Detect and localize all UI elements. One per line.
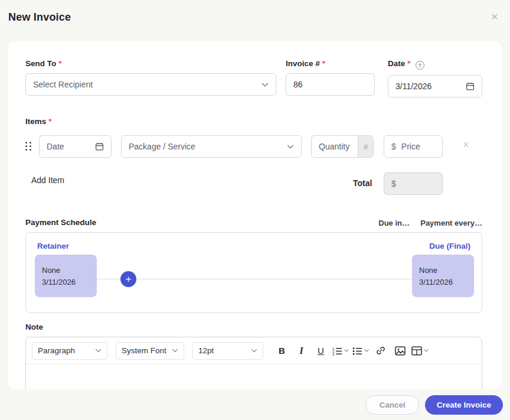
- insert-image-button[interactable]: [392, 343, 408, 359]
- invoice-form-card: Send To* Select Recipient Invoice #* Dat…: [8, 41, 502, 389]
- package-service-select[interactable]: Package / Service: [121, 135, 302, 158]
- calendar-icon[interactable]: [95, 142, 104, 151]
- required-asterisk: *: [322, 59, 325, 68]
- table-button[interactable]: [411, 343, 429, 359]
- chevron-down-icon: [261, 83, 269, 87]
- invoice-number-field: Invoice #*: [286, 59, 375, 96]
- timeline-connector: [97, 279, 412, 279]
- table-icon: [411, 346, 422, 356]
- retainer-label: Retainer: [37, 242, 69, 250]
- font-family-value: System Font: [122, 346, 166, 355]
- bullet-list-button[interactable]: [352, 343, 369, 359]
- drag-handle-icon[interactable]: [25, 142, 31, 151]
- italic-button[interactable]: I: [293, 343, 309, 359]
- due-final-date: 3/11/2026: [419, 278, 474, 286]
- package-service-placeholder: Package / Service: [129, 142, 195, 151]
- currency-symbol: $: [391, 142, 396, 151]
- chevron-down-icon: [424, 349, 429, 352]
- chevron-down-icon: [251, 349, 257, 353]
- add-item-button[interactable]: Add Item: [31, 175, 64, 185]
- price-input[interactable]: [401, 142, 435, 151]
- payment-every-column-header: Payment every…: [420, 219, 482, 227]
- retainer-payment-card[interactable]: None 3/11/2026: [35, 255, 97, 297]
- quantity-unit-suffix: #: [358, 136, 373, 157]
- required-asterisk: *: [58, 59, 61, 68]
- modal-footer: Cancel Create Invoice: [365, 395, 503, 415]
- required-asterisk: *: [407, 59, 410, 68]
- currency-symbol: $: [391, 179, 396, 188]
- chevron-down-icon: [287, 145, 294, 149]
- remove-item-icon[interactable]: ×: [463, 139, 469, 150]
- create-invoice-button[interactable]: Create Invoice: [425, 395, 503, 415]
- quantity-input-wrap: #: [311, 135, 374, 158]
- chevron-down-icon: [172, 349, 178, 353]
- close-icon[interactable]: ×: [491, 10, 498, 22]
- numbered-list-icon: 123: [332, 346, 342, 356]
- send-to-placeholder: Select Recipient: [33, 80, 93, 89]
- total-label: Total: [353, 178, 372, 188]
- retainer-date: 3/11/2026: [42, 278, 97, 286]
- help-icon[interactable]: ?: [416, 61, 424, 70]
- send-to-select[interactable]: Select Recipient: [25, 73, 276, 96]
- note-label: Note: [25, 323, 43, 331]
- invoice-number-input-wrap: [286, 73, 375, 96]
- font-size-value: 12pt: [198, 346, 214, 355]
- calendar-icon[interactable]: [466, 82, 475, 91]
- quantity-input[interactable]: [312, 142, 358, 151]
- block-format-value: Paragraph: [38, 346, 75, 355]
- add-payment-button[interactable]: +: [120, 271, 136, 287]
- bullet-list-icon: [352, 346, 362, 356]
- price-input-wrap: $: [384, 135, 443, 158]
- invoice-date-input[interactable]: [395, 82, 466, 91]
- underline-button[interactable]: U: [313, 343, 329, 359]
- invoice-date-field: Date*?: [388, 59, 482, 97]
- link-icon: [375, 346, 386, 356]
- note-editor: Paragraph System Font 12pt B I U 123: [25, 337, 482, 389]
- items-label: Items*: [25, 117, 52, 126]
- chevron-down-icon: [364, 349, 369, 352]
- payment-schedule-label: Payment Schedule: [25, 218, 96, 227]
- invoice-number-input[interactable]: [293, 80, 367, 89]
- cancel-button[interactable]: Cancel: [365, 395, 419, 415]
- total-input: $: [384, 172, 443, 195]
- send-to-field: Send To* Select Recipient: [25, 59, 276, 96]
- send-to-label: Send To*: [25, 59, 276, 68]
- due-final-payment-card[interactable]: None 3/11/2026: [412, 255, 474, 297]
- item-date-input[interactable]: [47, 142, 95, 151]
- link-button[interactable]: [372, 343, 388, 359]
- note-toolbar: Paragraph System Font 12pt B I U 123: [26, 337, 482, 364]
- numbered-list-button[interactable]: 123: [332, 343, 349, 359]
- invoice-date-label: Date*?: [388, 59, 482, 70]
- invoice-date-input-wrap: [388, 75, 482, 97]
- bold-button[interactable]: B: [274, 343, 290, 359]
- block-format-select[interactable]: Paragraph: [32, 342, 107, 360]
- svg-text:3: 3: [332, 351, 335, 355]
- payment-schedule-box: Retainer Due (Final) None 3/11/2026 + No…: [25, 232, 482, 313]
- chevron-down-icon: [95, 349, 102, 353]
- chevron-down-icon: [344, 349, 349, 352]
- required-asterisk: *: [48, 117, 51, 126]
- invoice-number-label: Invoice #*: [286, 59, 375, 68]
- image-icon: [395, 346, 406, 356]
- due-in-column-header: Due in…: [378, 219, 410, 227]
- font-size-select[interactable]: 12pt: [192, 342, 263, 360]
- item-date-input-wrap: [39, 135, 112, 158]
- note-content-area[interactable]: [26, 364, 482, 389]
- retainer-amount: None: [42, 266, 97, 275]
- due-final-label: Due (Final): [429, 242, 470, 250]
- due-final-amount: None: [419, 266, 474, 275]
- modal-title: New Invoice: [8, 11, 71, 24]
- font-family-select[interactable]: System Font: [116, 342, 184, 360]
